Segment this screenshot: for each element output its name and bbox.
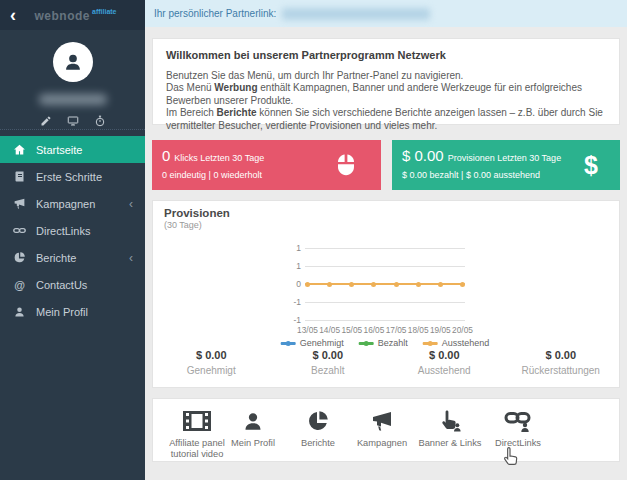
profile-section (0, 30, 145, 130)
chart-subtitle: (30 Tage) (164, 220, 202, 230)
welcome-title: Willkommen bei unserem Partnerprogramm N… (166, 49, 606, 61)
welcome-line1: Benutzen Sie das Menü, um durch Ihr Part… (166, 70, 463, 81)
chart-title: Provisionen (164, 207, 230, 219)
sidebar-header: ‹ webnodeaffiliate (0, 0, 145, 30)
shortcut-label: DirectLinks (478, 438, 558, 449)
total-value: $ 0.00 (503, 349, 620, 361)
chart-gridline (305, 266, 465, 267)
username-blurred (39, 94, 107, 105)
topbar: Ihr persönlicher Partnerlink: (145, 0, 627, 27)
data-point (438, 282, 443, 287)
totals-row: $ 0.00 Genehmigt $ 0.00 Bezahlt $ 0.00 A… (153, 349, 619, 376)
chevron-left-icon: ‹ (129, 198, 133, 210)
stopwatch-icon[interactable] (94, 115, 106, 127)
user-icon (62, 51, 84, 73)
clicks-label: Klicks Letzten 30 Tage (174, 153, 264, 163)
data-point (349, 282, 354, 287)
commissions-stat-line: $ 0.00 Provisionen Letzten 30 Tage (402, 147, 610, 164)
y-tick-label: -1 (277, 315, 301, 325)
logo-text: webnode (34, 9, 90, 23)
chart-gridline (305, 320, 465, 321)
user-icon (13, 305, 26, 318)
data-point (460, 282, 465, 287)
welcome-line3-bold: Berichte (217, 107, 257, 118)
welcome-text: Benutzen Sie das Menü, um durch Ihr Part… (166, 70, 606, 132)
sidebar-item-label: DirectLinks (36, 225, 90, 237)
commissions-chart-card: Provisionen (30 Tage) 110-1-113/0514/051… (152, 200, 620, 388)
data-point (394, 282, 399, 287)
partner-link-blurred[interactable] (282, 8, 430, 20)
legend-label: Bezahlt (378, 338, 408, 348)
total-bezahlt: $ 0.00 Bezahlt (270, 349, 387, 376)
logo-suffix-text: affiliate (92, 8, 117, 15)
sidebar-item-directlinks[interactable]: DirectLinks (0, 217, 145, 244)
sidebar-item-startseite[interactable]: Startseite (0, 136, 145, 163)
y-tick-label: 1 (277, 243, 301, 253)
at-icon: @ (13, 278, 26, 291)
y-tick-label: 0 (277, 279, 301, 289)
clicks-value: 0 (162, 147, 170, 164)
sidebar-menu: Startseite Erste Schritte Kampagnen ‹ Di… (0, 136, 145, 325)
megaphone-icon (13, 197, 26, 210)
chart-legend: GenehmigtBezahltAusstehend (281, 338, 490, 348)
sidebar-item-label: Mein Profil (36, 306, 88, 318)
legend-swatch (423, 342, 438, 345)
sidebar-item-label: Startseite (36, 144, 82, 156)
legend-item: Bezahlt (359, 338, 408, 348)
partner-link-label: Ihr persönlicher Partnerlink: (154, 8, 276, 19)
shortcuts-card: Affiliate panel tutorial video Mein Prof… (152, 398, 620, 462)
logo[interactable]: webnodeaffiliate (16, 6, 135, 24)
affiliate-dashboard: ‹ webnodeaffiliate (0, 0, 627, 480)
clicks-stat-card[interactable]: 0 Klicks Letzten 30 Tage 0 eindeutig | 0… (152, 140, 381, 190)
total-genehmigt: $ 0.00 Genehmigt (153, 349, 270, 376)
links-icon (478, 407, 558, 433)
mouse-icon (333, 152, 359, 178)
sidebar: ‹ webnodeaffiliate (0, 0, 145, 480)
total-label: Bezahlt (270, 365, 387, 376)
y-tick-label: -1 (277, 297, 301, 307)
link-icon (13, 224, 26, 237)
legend-swatch (359, 342, 374, 345)
welcome-card: Willkommen bei unserem Partnerprogramm N… (152, 38, 620, 125)
welcome-line2-bold: Werbung (214, 82, 257, 93)
x-tick-label: 20/05 (448, 325, 478, 335)
sidebar-item-mein-profil[interactable]: Mein Profil (0, 298, 145, 325)
legend-swatch (281, 342, 296, 345)
profile-quick-actions (0, 115, 145, 127)
edit-pencil-icon[interactable] (40, 115, 52, 127)
commissions-label: Provisionen Letzten 30 Tage (448, 153, 561, 163)
sidebar-item-label: ContactUs (36, 279, 87, 291)
total-label: Rückerstattungen (503, 365, 620, 376)
dollar-icon: $ (584, 153, 598, 178)
shortcut-directlinks[interactable]: DirectLinks (478, 407, 558, 449)
commissions-sub: $ 0.00 bezahlt | $ 0.00 ausstehend (402, 170, 610, 180)
chart-gridline (305, 302, 465, 303)
sidebar-item-berichte[interactable]: Berichte ‹ (0, 244, 145, 271)
total-rueckerstattungen: $ 0.00 Rückerstattungen (503, 349, 620, 376)
total-label: Genehmigt (153, 365, 270, 376)
chevron-left-icon: ‹ (129, 252, 133, 264)
sidebar-item-label: Berichte (36, 252, 76, 264)
book-icon (13, 170, 26, 183)
data-point (305, 282, 310, 287)
total-value: $ 0.00 (386, 349, 503, 361)
desktop-icon[interactable] (67, 115, 79, 127)
total-value: $ 0.00 (270, 349, 387, 361)
sidebar-item-contactus[interactable]: @ ContactUs (0, 271, 145, 298)
total-label: Ausstehend (386, 365, 503, 376)
legend-label: Ausstehend (442, 338, 490, 348)
avatar[interactable] (53, 42, 93, 82)
y-tick-label: 1 (277, 261, 301, 271)
sidebar-item-erste-schritte[interactable]: Erste Schritte (0, 163, 145, 190)
sidebar-item-kampagnen[interactable]: Kampagnen ‹ (0, 190, 145, 217)
welcome-line3: Im Bereich (166, 107, 217, 118)
commissions-stat-card[interactable]: $ 0.00 Provisionen Letzten 30 Tage $ 0.0… (392, 140, 620, 190)
sidebar-item-label: Erste Schritte (36, 171, 102, 183)
legend-label: Genehmigt (300, 338, 344, 348)
legend-item: Genehmigt (281, 338, 344, 348)
sidebar-item-label: Kampagnen (36, 198, 95, 210)
total-ausstehend: $ 0.00 Ausstehend (386, 349, 503, 376)
data-point (416, 282, 421, 287)
home-icon (13, 143, 26, 156)
commissions-value: $ 0.00 (402, 147, 444, 164)
